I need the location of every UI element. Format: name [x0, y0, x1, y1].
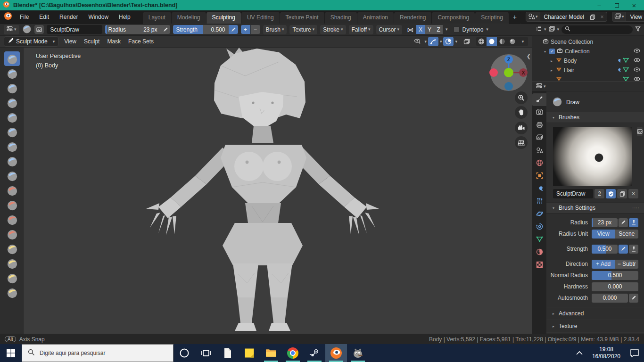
minimize-button[interactable]: –	[592, 0, 606, 10]
brush-datablock-icon[interactable]	[34, 25, 44, 34]
view-layer-selector[interactable]: ▾ View Layer ×	[612, 12, 644, 22]
taskbar-cortana-icon[interactable]	[173, 344, 195, 362]
workspace-tab-animation[interactable]: Animation	[357, 12, 394, 24]
add-workspace-button[interactable]: +	[509, 11, 521, 24]
properties-tab-physics[interactable]	[532, 208, 546, 221]
workspace-tab-scripting[interactable]: Scripting	[475, 12, 509, 24]
hardness-slider[interactable]: 0.000	[592, 282, 638, 291]
menu-help[interactable]: Help	[114, 12, 135, 22]
viewport-menu-sculpt[interactable]: Sculpt	[80, 36, 103, 47]
sculpt-tool-inflate[interactable]	[4, 139, 20, 154]
funnel-filter-icon[interactable]	[635, 26, 641, 33]
direction-subtract-button[interactable]: −	[251, 25, 260, 34]
collection-checkbox[interactable]: ✓	[549, 49, 555, 54]
outliner-row-hair[interactable]: ▸Hair	[532, 66, 644, 75]
overlays-chevron[interactable]: ▾	[455, 40, 457, 44]
taskbar-blender-icon[interactable]	[325, 344, 347, 362]
properties-tab-modifiers[interactable]	[532, 182, 546, 195]
direction-add-button[interactable]: +	[241, 25, 250, 34]
properties-tab-constraints[interactable]	[532, 221, 546, 233]
properties-tab-material[interactable]	[532, 246, 546, 259]
sculpt-tool-multiplane-scrape[interactable]	[4, 227, 20, 241]
display-mode-icon[interactable]	[536, 26, 542, 33]
option-add[interactable]: + Add	[592, 260, 615, 269]
sculpt-tool-grab[interactable]	[4, 256, 20, 271]
sculpt-tool-draw-sharp[interactable]	[4, 66, 20, 81]
editor-type-chevron[interactable]: ▾	[544, 84, 546, 89]
start-button[interactable]	[0, 344, 22, 362]
popover-falloff[interactable]: Falloff▾	[349, 25, 373, 34]
brush-settings-header[interactable]: ▾Brush Settings∷∷	[546, 202, 644, 214]
display-mode-chevron[interactable]: ▾	[544, 27, 546, 32]
workspace-tab-uv-editing[interactable]: UV Editing	[241, 12, 280, 24]
scene-name[interactable]: Characer Model	[540, 14, 588, 20]
tray-chevron-icon[interactable]	[571, 351, 587, 355]
menu-file[interactable]: File	[15, 12, 33, 22]
brush-users-count[interactable]: 2	[594, 189, 604, 198]
show-hide-chevron[interactable]: ▾	[424, 40, 427, 44]
workspace-tab-modeling[interactable]: Modeling	[172, 12, 206, 24]
viewport-menu-face-sets[interactable]: Face Sets	[124, 36, 157, 47]
popover-texture[interactable]: Texture▾	[289, 25, 317, 34]
sculpt-tool-clay-strips[interactable]	[4, 95, 20, 110]
workspace-tab-compositing[interactable]: Compositing	[432, 12, 475, 24]
maximize-button[interactable]	[610, 0, 624, 10]
sculpt-tool-smooth[interactable]	[4, 183, 20, 197]
properties-tab-object-data[interactable]	[532, 233, 546, 246]
overlays-toggle-icon[interactable]	[443, 37, 454, 46]
workspace-tab-sculpting[interactable]: Sculpting	[206, 12, 241, 24]
sculpt-tool-clay-thumb[interactable]	[4, 110, 20, 124]
rendered-shading-icon[interactable]	[507, 37, 518, 46]
properties-tab-world[interactable]	[532, 157, 546, 170]
sculpt-tool-crease[interactable]	[4, 168, 20, 183]
duplicate-brush-icon[interactable]	[617, 189, 627, 198]
properties-tab-texture[interactable]	[532, 259, 546, 272]
sculpt-tool-clay[interactable]	[4, 81, 20, 95]
radius-slider[interactable]: Radius23 px	[105, 25, 161, 34]
brush-preview[interactable]	[553, 127, 632, 186]
menu-window[interactable]: Window	[83, 12, 113, 22]
outliner-row-collection[interactable]: ▾✓Collection	[532, 47, 644, 56]
workspace-tab-shading[interactable]: Shading	[325, 12, 357, 24]
editor-type-icon[interactable]	[536, 83, 542, 90]
taskbar-task-view-icon[interactable]	[195, 344, 217, 362]
visibility-eye-icon[interactable]	[634, 48, 640, 55]
material-preview-icon[interactable]	[497, 37, 507, 46]
taskbar-sticky-notes-icon[interactable]	[239, 344, 260, 362]
section-advanced[interactable]: ▸Advanced	[546, 307, 644, 320]
radius-pressure-button[interactable]	[161, 25, 170, 34]
navigation-gizmo[interactable]: Z X	[488, 52, 529, 93]
properties-tab-scene[interactable]	[532, 144, 546, 157]
sculpt-model[interactable]	[0, 48, 532, 334]
symmetry-options-chevron[interactable]: ▾	[446, 27, 448, 32]
taskbar-search-input[interactable]: Digite aqui para pesquisar	[22, 344, 173, 362]
brush-name-field[interactable]: SculptDraw	[47, 25, 102, 34]
popover-cursor[interactable]: Cursor▾	[376, 25, 403, 34]
new-scene-button[interactable]	[588, 12, 597, 21]
section-texture[interactable]: ▸Texture	[546, 320, 644, 332]
sculpt-tool-scrape[interactable]	[4, 212, 20, 227]
normal-radius-slider[interactable]: 0.500	[592, 271, 638, 280]
sculpt-tool-layer[interactable]	[4, 124, 20, 139]
visibility-eye-icon[interactable]	[634, 67, 640, 74]
render-region-icon[interactable]	[462, 37, 472, 46]
perspective-toggle-button[interactable]	[515, 136, 528, 149]
popover-stroke[interactable]: Stroke▾	[320, 25, 346, 34]
symmetry-x-toggle[interactable]: X	[416, 25, 425, 34]
properties-tab-render[interactable]	[532, 106, 546, 119]
brush-name-input[interactable]: SculptDraw	[553, 189, 593, 198]
strength-slider[interactable]: Strength0.500	[173, 25, 229, 34]
pen-icon[interactable]	[619, 218, 628, 227]
radius-slider[interactable]: 23 px	[592, 218, 618, 227]
brushes-section-header[interactable]: ▾Brushes	[546, 112, 644, 123]
properties-tab-object[interactable]	[532, 170, 546, 182]
workspace-tab-layout[interactable]: Layout	[143, 12, 172, 24]
properties-tab-view-layer[interactable]	[532, 132, 546, 144]
taskbar-steam-icon[interactable]	[304, 344, 325, 362]
filter-chevron[interactable]: ▾	[557, 27, 560, 32]
visibility-eye-icon[interactable]	[634, 76, 640, 81]
wireframe-shading-icon[interactable]	[476, 37, 487, 46]
symmetry-y-toggle[interactable]: Y	[425, 25, 434, 34]
show-hide-icon[interactable]	[413, 37, 423, 46]
mode-selector[interactable]: Sculpt Mode▾	[4, 36, 58, 47]
